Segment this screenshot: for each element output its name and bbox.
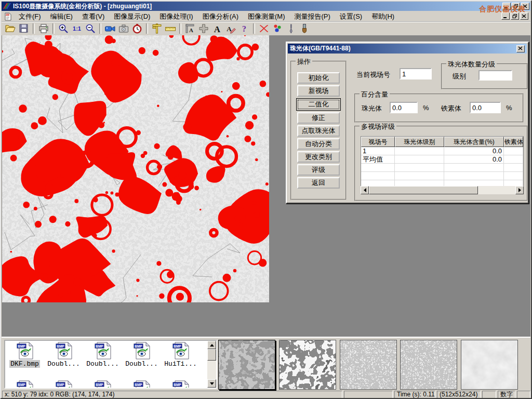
title-bar[interactable]: IS100显微摄像系统(金相分析版) - [zhuguangti01]: [2, 2, 530, 11]
col-pearlite-grade[interactable]: 珠光体级别: [395, 137, 444, 147]
toolbar-snapshot-button[interactable]: [117, 22, 130, 35]
rate-button[interactable]: 评级: [297, 164, 340, 176]
file-item[interactable]: BMP: [44, 380, 83, 389]
menu-image-display[interactable]: 图像显示(D): [109, 11, 155, 22]
menu-file[interactable]: 文件(F): [14, 11, 46, 22]
file-item[interactable]: BMPDoubl...: [122, 342, 161, 368]
grid-icon: [198, 23, 209, 34]
bmp-file-icon: BMP: [16, 380, 34, 389]
correct-button[interactable]: 修正: [297, 112, 340, 124]
toolbar-measure-text-button[interactable]: A: [183, 22, 197, 35]
bmp-file-icon: BMP: [133, 380, 151, 389]
ferrite-percent-input[interactable]: [470, 102, 501, 113]
toolbar-brush-button[interactable]: [298, 22, 311, 35]
col-ferrite-content[interactable]: 铁素体含量(%): [504, 137, 523, 147]
new-field-button[interactable]: 新视场: [297, 85, 340, 97]
pearlite-percent-input[interactable]: [390, 102, 418, 113]
file-item[interactable]: BMPDKF.bmp: [5, 342, 44, 368]
thumbnail-4[interactable]: [400, 340, 457, 390]
file-item[interactable]: BMPDoubl...: [83, 342, 122, 368]
dialog-title-bar[interactable]: 珠光体(GB/T9441-88): [288, 44, 527, 54]
open-icon: [5, 23, 16, 34]
toolbar-save-button[interactable]: [17, 22, 31, 35]
table-hscrollbar[interactable]: [361, 186, 524, 194]
scroll-down-button[interactable]: [207, 379, 216, 388]
return-button[interactable]: 返回: [297, 177, 340, 189]
toolbar-ruler-button[interactable]: [164, 22, 177, 35]
file-item[interactable]: BMP: [122, 380, 161, 389]
menu-edit[interactable]: 编辑(E): [46, 11, 77, 22]
menu-image-analysis[interactable]: 图像分析(A): [198, 11, 243, 22]
file-item[interactable]: BMP: [5, 380, 44, 389]
minimize-button[interactable]: [502, 3, 511, 10]
init-button[interactable]: 初始化: [297, 72, 340, 84]
arrow-down-icon: [210, 382, 214, 385]
current-field-input[interactable]: [400, 68, 432, 79]
vscroll-thumb[interactable]: [207, 349, 216, 361]
status-empty-3: [517, 391, 530, 399]
table-row[interactable]: 平均值 0.0: [361, 155, 523, 164]
toolbar-annotate-button[interactable]: A: [224, 22, 237, 35]
toolbar-zoom-in-button[interactable]: [57, 22, 70, 35]
toolbar-curve-button[interactable]: [257, 22, 271, 35]
table-row[interactable]: 1 0.0: [361, 147, 523, 155]
file-list[interactable]: BMPDKF.bmpBMPDoubl...BMPDoubl...BMPDoubl…: [4, 340, 217, 389]
menu-view[interactable]: 查看(V): [77, 11, 109, 22]
toolbar-open-button[interactable]: [4, 22, 17, 35]
menu-image-measure[interactable]: 图像测量(M): [243, 11, 290, 22]
micro-image[interactable]: [2, 35, 269, 302]
thumbnail-5[interactable]: [461, 340, 518, 390]
restore-button[interactable]: [512, 3, 520, 10]
app-icon: [3, 2, 11, 10]
row-content: 0.0: [444, 147, 504, 155]
toolbar-print-button[interactable]: [37, 22, 50, 35]
help-icon: ?: [238, 23, 250, 34]
toolbar-zoom-out-button[interactable]: [84, 22, 97, 35]
col-pearlite-content[interactable]: 珠光体含量(%): [444, 137, 504, 147]
level-input[interactable]: [478, 70, 512, 81]
auto-classify-button[interactable]: 自动分类: [297, 138, 340, 150]
close-button[interactable]: [521, 3, 529, 10]
child-minimize-button[interactable]: [501, 12, 510, 20]
menu-measure-report[interactable]: 测量报告(P): [289, 11, 335, 22]
toolbar-text-button[interactable]: A: [210, 22, 224, 35]
binarize-button[interactable]: 二值化: [296, 98, 341, 111]
toolbar-color-marks-button[interactable]: [271, 22, 284, 35]
child-restore-button[interactable]: [511, 12, 519, 20]
file-item[interactable]: BMPDoubl...: [44, 342, 83, 368]
toolbar-video-camera-button[interactable]: [103, 22, 117, 35]
menu-settings[interactable]: 设置(S): [335, 11, 367, 22]
scroll-right-button[interactable]: [515, 186, 524, 194]
thumbnail-1[interactable]: [218, 340, 275, 390]
hscroll-thumb[interactable]: [369, 186, 478, 194]
toolbar-help-button[interactable]: ?: [237, 22, 251, 35]
change-class-button[interactable]: 更改类别: [297, 151, 340, 163]
dialog-title: 珠光体(GB/T9441-88): [290, 44, 351, 53]
dialog-close-button[interactable]: [516, 45, 525, 52]
file-item[interactable]: BMPHuiTi...: [161, 342, 200, 368]
hscroll-track[interactable]: [478, 186, 515, 194]
thumbnail-2[interactable]: [279, 340, 336, 390]
toolbar-actual-size-button[interactable]: 1:1: [70, 22, 84, 35]
file-list-vscrollbar[interactable]: [207, 341, 216, 388]
toolbar-timer-button[interactable]: [130, 22, 144, 35]
toolbar-grid-button[interactable]: [197, 22, 210, 35]
scroll-left-button[interactable]: [361, 186, 369, 194]
pick-pearlite-button[interactable]: 点取珠光体: [297, 125, 340, 137]
file-item[interactable]: BMP: [161, 380, 200, 389]
menu-help[interactable]: 帮助(H): [367, 11, 399, 22]
file-item[interactable]: BMP: [83, 380, 122, 389]
scroll-up-button[interactable]: [207, 341, 216, 349]
thumbnail-3[interactable]: [340, 340, 397, 390]
svg-text:BMP: BMP: [96, 383, 103, 387]
child-close-button[interactable]: [520, 12, 528, 20]
col-field-no[interactable]: 视场号: [361, 137, 395, 147]
menu-image-processing[interactable]: 图像处理(I): [155, 11, 197, 22]
toolbar-separator: [146, 23, 148, 34]
toolbar-pen-button[interactable]: [284, 22, 298, 35]
operation-group: 操作 初始化 新视场 二值化 修正 点取珠光体 自动分类 更改类别 评级 返回: [290, 61, 347, 200]
toolbar-caliper-button[interactable]: [150, 22, 164, 35]
bmp-file-icon: BMP: [94, 342, 112, 360]
application-window: IS100显微摄像系统(金相分析版) - [zhuguangti01] 合肥仪器…: [0, 0, 532, 399]
bottom-panel: BMPDKF.bmpBMPDoubl...BMPDoubl...BMPDoubl…: [2, 337, 530, 391]
